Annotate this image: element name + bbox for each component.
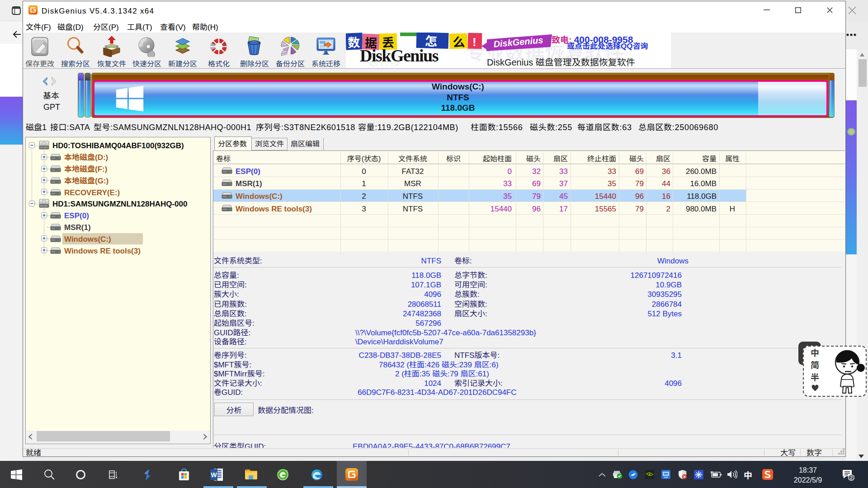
svg-text:W: W bbox=[211, 471, 217, 479]
svg-text:2: 2 bbox=[850, 475, 853, 480]
svg-text:intel: intel bbox=[664, 476, 668, 479]
